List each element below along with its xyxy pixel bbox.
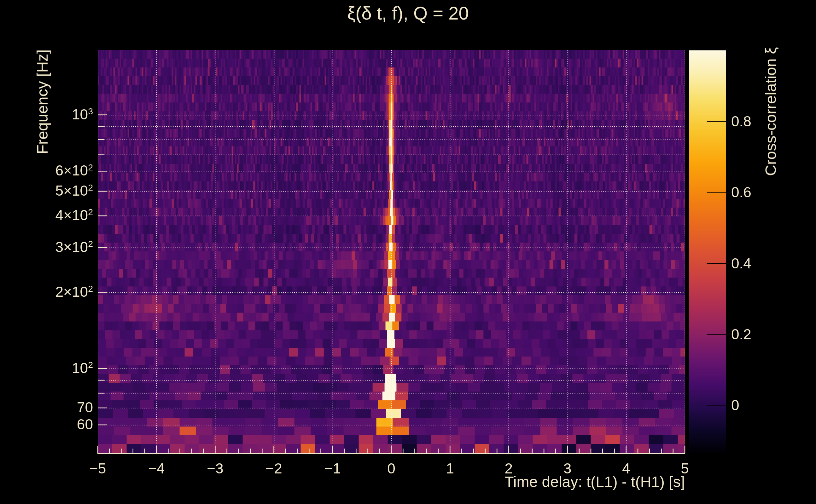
x-tick-label: 2: [483, 461, 534, 477]
y-tick-label: 60: [17, 416, 93, 432]
x-tick-label: −4: [131, 461, 181, 477]
x-tick-label: 3: [542, 461, 593, 477]
x-tick-label: 5: [660, 461, 710, 477]
colorbar-tick-label: 0.8: [731, 113, 751, 129]
x-tick-label: −1: [308, 461, 358, 477]
y-tick-label: 4×102: [17, 207, 93, 223]
y-axis-title: Frequency [Hz]: [33, 49, 51, 154]
y-tick-label: 103: [17, 106, 93, 122]
x-tick-label: 4: [601, 461, 652, 477]
x-tick-label: −3: [190, 461, 240, 477]
x-tick-label: 1: [425, 461, 475, 477]
x-tick-label: −5: [72, 461, 123, 477]
cross-correlation-heatmap-canvas: [0, 0, 816, 504]
y-tick-label: 6×102: [17, 163, 93, 179]
y-tick-label: 70: [17, 399, 93, 415]
plot-title: ξ(δ t, f), Q = 20: [0, 3, 816, 24]
colorbar-title: Cross-correlation ξ: [762, 47, 779, 176]
x-tick-label: 0: [366, 461, 417, 477]
colorbar-tick-label: 0.6: [731, 184, 751, 200]
x-tick-label: −2: [249, 461, 299, 477]
y-tick-label: 102: [17, 360, 93, 376]
y-tick-label: 2×102: [17, 283, 93, 300]
y-tick-label: 5×102: [17, 183, 93, 199]
colorbar-tick-label: 0: [731, 397, 739, 413]
spectrogram-figure: ξ(δ t, f), Q = 20 Frequency [Hz] Time de…: [0, 0, 816, 504]
colorbar-tick-label: 0.4: [731, 255, 751, 271]
colorbar-tick-label: 0.2: [731, 326, 751, 342]
y-tick-label: 3×102: [17, 239, 93, 255]
